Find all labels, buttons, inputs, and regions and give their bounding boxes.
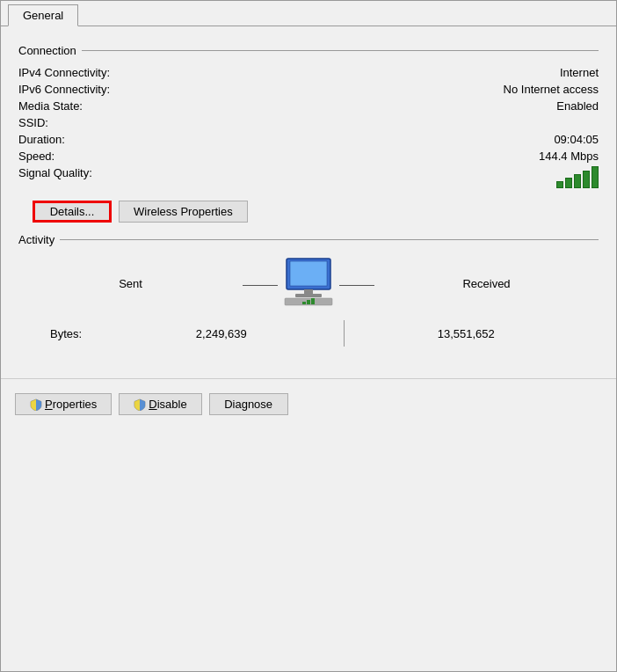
svg-rect-3 <box>295 294 322 297</box>
bytes-received-value: 13,551,652 <box>352 327 582 340</box>
diagnose-button[interactable]: Diagnose <box>209 393 288 415</box>
table-row: Media State: Enabled <box>18 98 599 114</box>
bytes-label: Bytes: <box>36 327 106 340</box>
ipv6-label: IPv6 Connectivity: <box>18 81 194 98</box>
table-row: Duration: 09:04:05 <box>18 131 599 148</box>
svg-rect-5 <box>302 302 306 304</box>
sent-line <box>243 285 278 286</box>
duration-label: Duration: <box>18 131 194 148</box>
table-row: IPv6 Connectivity: No Internet access <box>18 81 599 98</box>
bottom-buttons-row: Properties Disable Diagnose <box>1 378 616 429</box>
connection-table: IPv4 Connectivity: Internet IPv6 Connect… <box>18 64 599 190</box>
ssid-value <box>194 114 599 131</box>
ipv4-label: IPv4 Connectivity: <box>18 64 194 81</box>
disable-button[interactable]: Disable <box>119 393 201 415</box>
activity-line <box>60 239 599 240</box>
details-button[interactable]: Details... <box>33 201 112 223</box>
shield-icon <box>30 398 42 411</box>
speed-label: Speed: <box>18 148 194 164</box>
bytes-divider <box>344 320 345 347</box>
wireless-properties-button[interactable]: Wireless Properties <box>119 201 248 223</box>
svg-rect-1 <box>290 261 327 286</box>
media-state-label: Media State: <box>18 98 194 114</box>
activity-section-header: Activity <box>18 233 599 246</box>
bar-2 <box>565 178 572 188</box>
sent-label: Sent <box>119 277 142 290</box>
properties-label: Properties <box>45 398 97 411</box>
tab-general[interactable]: General <box>8 4 78 26</box>
bytes-row: Bytes: 2,249,639 13,551,652 <box>18 320 599 347</box>
table-row: Speed: 144.4 Mbps <box>18 148 599 164</box>
tab-bar: General <box>1 1 616 26</box>
bar-3 <box>574 174 581 188</box>
bar-4 <box>583 171 590 188</box>
bar-5 <box>592 166 599 188</box>
shield-icon-disable <box>134 398 146 411</box>
svg-rect-7 <box>311 298 315 304</box>
duration-value: 09:04:05 <box>194 131 599 148</box>
connection-line <box>82 50 599 51</box>
received-line <box>339 285 374 286</box>
ssid-label: SSID: <box>18 114 194 131</box>
svg-rect-6 <box>307 300 310 304</box>
ipv6-value: No Internet access <box>194 81 599 98</box>
content-area: Connection IPv4 Connectivity: Internet I… <box>1 26 616 371</box>
disable-label: Disable <box>149 398 186 411</box>
speed-value: 144.4 Mbps <box>194 148 599 164</box>
received-label: Received <box>462 277 510 290</box>
signal-label: Signal Quality: <box>18 164 194 190</box>
properties-button[interactable]: Properties <box>15 393 112 415</box>
dialog-container: General Connection IPv4 Connectivity: In… <box>0 0 617 672</box>
media-state-value: Enabled <box>194 98 599 114</box>
computer-icon <box>278 255 339 315</box>
bar-1 <box>556 181 563 188</box>
connection-section-header: Connection <box>18 44 599 57</box>
ipv4-value: Internet <box>194 64 599 81</box>
diagnose-label: Diagnose <box>224 398 272 411</box>
activity-title: Activity <box>18 233 60 246</box>
table-row: IPv4 Connectivity: Internet <box>18 64 599 81</box>
connection-title: Connection <box>18 44 82 57</box>
table-row: SSID: <box>18 114 599 131</box>
signal-bars-cell <box>194 164 599 190</box>
bytes-sent-value: 2,249,639 <box>106 327 337 340</box>
signal-quality-bars <box>194 166 599 188</box>
table-row: Signal Quality: <box>18 164 599 190</box>
connection-buttons-row: Details... Wireless Properties <box>33 201 599 223</box>
